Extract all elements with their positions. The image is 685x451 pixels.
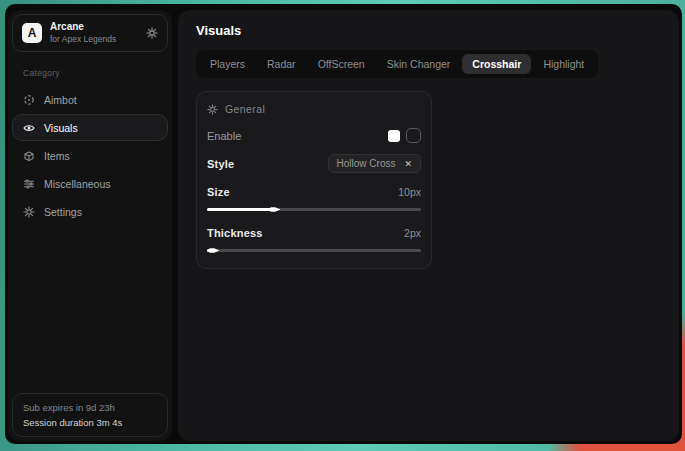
enable-label: Enable: [207, 130, 241, 142]
sidebar-item-label: Aimbot: [44, 94, 77, 106]
sidebar-item-label: Miscellaneous: [44, 178, 111, 190]
tab-bar: Players Radar OffScreen Skin Changer Cro…: [196, 50, 598, 78]
tab-skin-changer[interactable]: Skin Changer: [377, 54, 461, 74]
tab-crosshair[interactable]: Crosshair: [462, 54, 531, 74]
slider-thumb[interactable]: [209, 246, 219, 255]
sidebar: A Arcane for Apex Legends Category: [8, 10, 172, 441]
sidebar-nav: Aimbot Visuals Items: [8, 86, 172, 225]
thickness-row: Thickness 2px: [207, 227, 421, 255]
style-select[interactable]: Hollow Cross ✕: [328, 154, 421, 173]
gear-icon: [23, 206, 35, 218]
style-label: Style: [207, 158, 234, 170]
settings-gear-icon[interactable]: [146, 27, 158, 39]
tab-highlight[interactable]: Highlight: [533, 54, 594, 74]
panel-header: General: [207, 103, 421, 115]
sidebar-item-miscellaneous[interactable]: Miscellaneous: [12, 170, 168, 197]
enable-checkbox[interactable]: [406, 128, 421, 143]
style-value: Hollow Cross: [337, 158, 396, 169]
app-header: A Arcane for Apex Legends: [12, 14, 168, 52]
tab-offscreen[interactable]: OffScreen: [308, 54, 375, 74]
tab-radar[interactable]: Radar: [257, 54, 306, 74]
thickness-value: 2px: [404, 227, 421, 239]
sidebar-item-visuals[interactable]: Visuals: [12, 114, 168, 141]
sidebar-item-aimbot[interactable]: Aimbot: [12, 86, 168, 113]
slider-thumb[interactable]: [270, 205, 280, 214]
sidebar-item-items[interactable]: Items: [12, 142, 168, 169]
clear-icon[interactable]: ✕: [404, 159, 412, 169]
slider-track: [207, 249, 421, 252]
package-icon: [23, 150, 35, 162]
style-row: Style Hollow Cross ✕: [207, 154, 421, 173]
eye-icon: [23, 122, 35, 134]
sidebar-item-settings[interactable]: Settings: [12, 198, 168, 225]
slider-fill: [207, 249, 213, 252]
app-titles: Arcane for Apex Legends: [50, 21, 116, 44]
enable-controls: [388, 128, 421, 143]
category-label: Category: [23, 68, 172, 78]
size-value: 10px: [398, 186, 421, 198]
crosshair-icon: [23, 94, 35, 106]
slider-fill: [207, 208, 274, 211]
subscription-info: Sub expires in 9d 23h Session duration 3…: [12, 393, 168, 437]
session-duration-text: Session duration 3m 4s: [23, 415, 157, 430]
thickness-slider[interactable]: [207, 246, 421, 255]
sidebar-item-label: Settings: [44, 206, 82, 218]
general-panel: General Enable Style Hollow Cross ✕ Size: [196, 91, 432, 269]
size-label: Size: [207, 186, 230, 198]
sub-expires-text: Sub expires in 9d 23h: [23, 400, 157, 415]
size-slider[interactable]: [207, 205, 421, 214]
main-panel: Visuals Players Radar OffScreen Skin Cha…: [178, 10, 679, 441]
tab-players[interactable]: Players: [200, 54, 255, 74]
desktop: { "app": { "name": "Arcane", "subtitle":…: [0, 0, 685, 451]
app-logo: A: [22, 23, 42, 43]
enable-row: Enable: [207, 128, 421, 143]
slider-track: [207, 208, 421, 211]
panel-title: General: [225, 103, 265, 115]
sliders-icon: [23, 178, 35, 190]
app-subtitle: for Apex Legends: [50, 34, 116, 45]
color-swatch[interactable]: [388, 130, 400, 142]
page-title: Visuals: [196, 23, 679, 38]
gear-dotted-icon: [207, 104, 218, 115]
app-window: A Arcane for Apex Legends Category: [5, 4, 682, 444]
sidebar-item-label: Visuals: [44, 122, 78, 134]
size-row: Size 10px: [207, 186, 421, 214]
sidebar-item-label: Items: [44, 150, 70, 162]
thickness-label: Thickness: [207, 227, 263, 239]
app-name: Arcane: [50, 21, 116, 34]
